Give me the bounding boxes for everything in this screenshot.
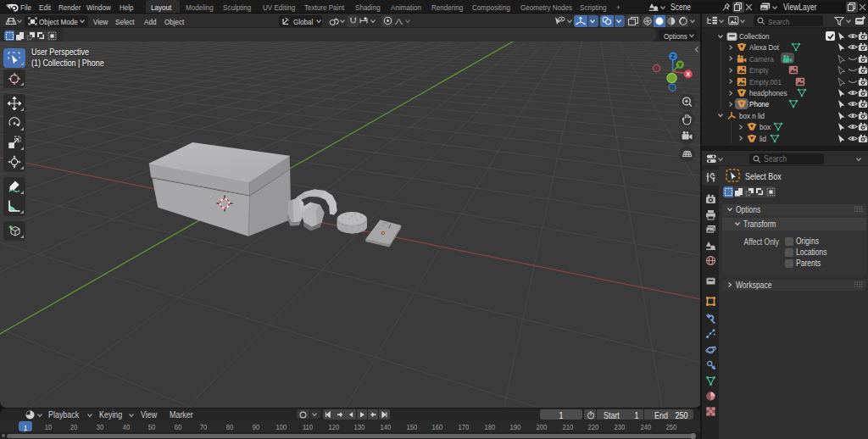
svg-text:Z: Z bbox=[671, 53, 676, 59]
svg-text:X: X bbox=[686, 71, 690, 77]
svg-text:Y: Y bbox=[678, 62, 682, 68]
